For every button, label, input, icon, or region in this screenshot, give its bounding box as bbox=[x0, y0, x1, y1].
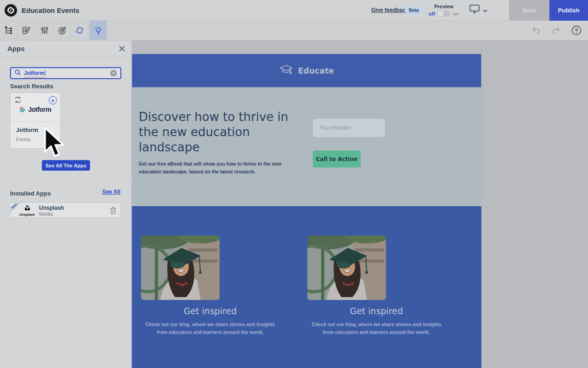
hero-section[interactable]: Discover how to thrive in the new educat… bbox=[132, 87, 481, 206]
apps-search-input[interactable]: Jotform ✕ bbox=[10, 67, 121, 79]
blog-card-body: Check out our blog, where we share stori… bbox=[141, 321, 279, 336]
goals-target-icon[interactable] bbox=[54, 21, 71, 40]
chevron-down-icon bbox=[483, 6, 487, 14]
apps-puzzle-icon[interactable] bbox=[72, 21, 89, 40]
installed-apps-heading: Installed Apps bbox=[10, 190, 51, 197]
apps-panel-header: Apps bbox=[0, 40, 131, 57]
hero-heading: Discover how to thrive in the new educat… bbox=[139, 109, 300, 155]
top-bar: Education Events Give feedback Beta Prev… bbox=[0, 0, 588, 21]
add-app-icon[interactable]: + bbox=[49, 96, 57, 104]
preview-on-label: on bbox=[453, 11, 459, 17]
installed-app-name: Unsplash bbox=[39, 205, 64, 211]
page-preview-canvas[interactable]: Educate Discover how to thrive in the ne… bbox=[132, 54, 481, 368]
see-all-link[interactable]: See All bbox=[102, 189, 120, 195]
search-icon bbox=[15, 69, 21, 77]
blog-card-heading: Get inspired bbox=[141, 306, 279, 316]
unsplash-logo: Unsplash bbox=[17, 204, 37, 217]
search-results-heading: Search Results bbox=[10, 83, 53, 90]
apps-panel-title: Apps bbox=[7, 45, 25, 52]
blog-card-heading: Get inspired bbox=[307, 306, 446, 316]
panel-divider bbox=[0, 181, 131, 181]
installed-app-category: Media bbox=[39, 211, 53, 217]
call-to-action-button[interactable]: Call to Action bbox=[313, 150, 361, 167]
save-button[interactable]: Save bbox=[509, 0, 549, 21]
graduate-photo bbox=[307, 236, 386, 300]
publish-button[interactable]: Publish bbox=[549, 0, 588, 21]
preview-toggle-group: Preview off on bbox=[426, 4, 461, 17]
device-preview-dropdown[interactable] bbox=[469, 5, 487, 15]
hero-form-input[interactable]: Placeholder bbox=[313, 119, 385, 137]
sync-icon bbox=[14, 97, 22, 105]
text-caret bbox=[45, 70, 45, 76]
preview-off-label: off bbox=[429, 11, 435, 17]
preview-site-header[interactable]: Educate bbox=[132, 54, 481, 87]
blog-card[interactable]: Get inspired Check out our blog, where w… bbox=[307, 236, 446, 336]
design-styles-icon[interactable] bbox=[18, 21, 35, 40]
undo-icon[interactable] bbox=[529, 23, 543, 37]
desktop-monitor-icon bbox=[469, 5, 480, 15]
clear-search-icon[interactable]: ✕ bbox=[110, 70, 117, 76]
apps-panel: Apps Jotform ✕ Search Results + Jotform … bbox=[0, 40, 132, 368]
mouse-cursor bbox=[42, 127, 64, 163]
search-input-value: Jotform bbox=[24, 70, 45, 76]
blog-card[interactable]: Get inspired Check out our blog, where w… bbox=[141, 236, 279, 336]
svg-text:?: ? bbox=[575, 28, 578, 34]
hero-body-text: Get our free eBook that will show you ho… bbox=[139, 160, 297, 176]
installed-app-row-unsplash[interactable]: Beta Unsplash Unsplash Media bbox=[10, 202, 121, 218]
builder-logo-icon bbox=[5, 4, 17, 17]
app-category: Forms bbox=[16, 137, 30, 142]
tree-view-icon[interactable] bbox=[0, 21, 17, 40]
page-title: Education Events bbox=[22, 6, 79, 14]
unsplash-logo-text: Unsplash bbox=[17, 213, 37, 217]
jotform-logo-text: Jotform bbox=[28, 106, 51, 113]
card-divider bbox=[11, 121, 60, 122]
blog-section[interactable]: Get inspired Check out our blog, where w… bbox=[132, 206, 481, 368]
redo-icon[interactable] bbox=[549, 23, 563, 37]
help-icon[interactable]: ? bbox=[570, 23, 583, 37]
editor-toolbar: ? bbox=[0, 21, 588, 40]
give-feedback-link[interactable]: Give feedback bbox=[371, 7, 408, 13]
app-name: Jotform bbox=[16, 126, 38, 133]
blog-card-body: Check out our blog, where we share stori… bbox=[307, 321, 446, 336]
close-icon[interactable] bbox=[118, 44, 126, 52]
graduate-photo bbox=[141, 236, 220, 300]
suggestions-lightbulb-icon[interactable] bbox=[90, 21, 107, 40]
preview-toggle[interactable] bbox=[437, 11, 451, 17]
jotform-logo: Jotform bbox=[11, 106, 60, 113]
settings-sliders-icon[interactable] bbox=[36, 21, 53, 40]
graduation-cap-icon bbox=[279, 64, 293, 77]
hero-input-placeholder: Placeholder bbox=[319, 125, 351, 131]
site-brand-name: Educate bbox=[298, 66, 334, 75]
preview-label: Preview bbox=[426, 4, 461, 9]
delete-trash-icon[interactable] bbox=[110, 207, 117, 216]
beta-badge: Beta bbox=[405, 6, 423, 14]
